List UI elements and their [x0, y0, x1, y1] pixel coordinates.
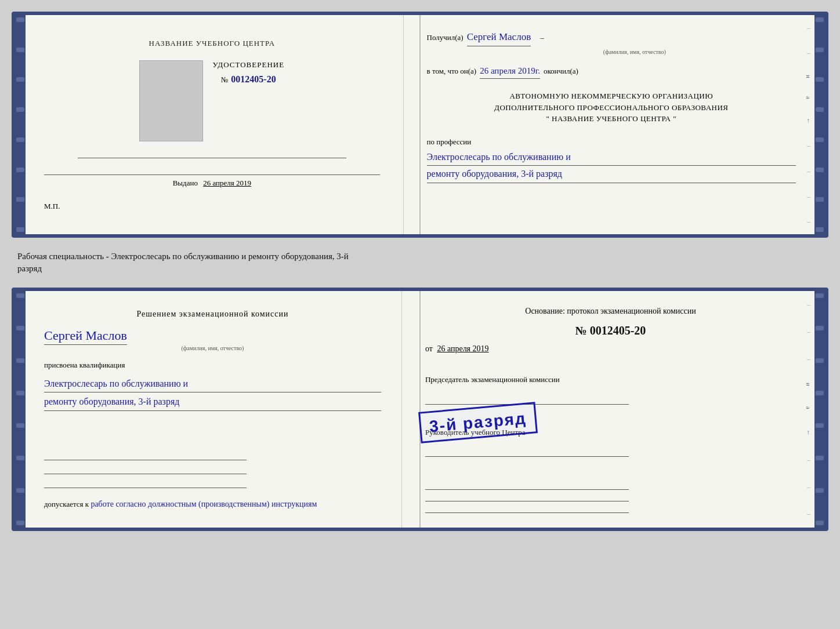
stamp-text: 3-й разряд — [429, 409, 527, 435]
qualification-stamp: 3-й разряд — [418, 402, 538, 443]
decor-pip — [16, 107, 24, 112]
completion-date: 26 апреля 2019г. — [480, 64, 540, 79]
profession-line2: ремонту оборудования, 3-й разряд — [427, 166, 796, 183]
decor-pip — [816, 168, 824, 172]
decor-pip — [816, 227, 824, 232]
profession-block: по профессии Электрослесарь по обслужива… — [427, 137, 796, 184]
received-label: Получил(а) — [427, 32, 464, 43]
decor-pip — [16, 423, 24, 428]
decor-pip — [16, 137, 24, 142]
training-center-title: НАЗВАНИЕ УЧЕБНОГО ЦЕНТРА — [149, 38, 275, 49]
received-row: Получил(а) Сергей Маслов – — [427, 30, 796, 46]
protocol-number: 0012405-20 — [590, 324, 646, 337]
completion-row: в том, что он(а) 26 апреля 2019г. окончи… — [427, 64, 796, 79]
photo-placeholder — [139, 60, 203, 141]
decor-pip — [816, 326, 824, 330]
finished-label: окончил(а) — [544, 66, 578, 77]
between-line2: разряд — [17, 263, 823, 275]
org-block: АВТОНОМНУЮ НЕКОММЕРЧЕСКУЮ ОРГАНИЗАЦИЮ ДО… — [427, 90, 796, 125]
bottom-right-panel: Основание: протокол экзаменационной коми… — [402, 291, 825, 528]
cert-type-label: УДОСТОВЕРЕНИЕ — [212, 60, 284, 70]
decor-pip — [16, 48, 24, 52]
between-line1: Рабочая специальность - Электрослесарь п… — [17, 250, 823, 263]
cert-number-prefix: № — [221, 75, 229, 84]
decor-pip — [16, 227, 24, 232]
org-line1: АВТОНОМНУЮ НЕКОММЕРЧЕСКУЮ ОРГАНИЗАЦИЮ — [427, 90, 796, 102]
bottom-left-border — [15, 291, 26, 528]
qualification-block: Электрослесарь по обслуживанию и ремонту… — [44, 376, 381, 412]
admits-prefix: допускается к — [44, 500, 89, 508]
decor-pip — [816, 293, 824, 298]
decor-pip — [16, 77, 24, 82]
decor-pip — [16, 17, 24, 22]
sig-line-2 — [44, 464, 247, 474]
cert-issued-line: Выдано 26 апреля 2019 — [44, 174, 380, 188]
decor-pip — [816, 488, 824, 493]
decor-pip — [16, 326, 24, 330]
protocol-date-row: от 26 апреля 2019 — [425, 344, 796, 354]
fio-hint-top: (фамилия, имя, отчество) — [473, 49, 796, 55]
person-name-block: Сергей Маслов (фамилия, имя, отчество) — [44, 328, 381, 351]
fio-hint-bottom: (фамилия, имя, отчество) — [44, 345, 381, 351]
right-margin-indicators: – – и а ← – – – – — [805, 15, 812, 234]
decor-pip — [816, 391, 824, 395]
top-certificate-card: НАЗВАНИЕ УЧЕБНОГО ЦЕНТРА УДОСТОВЕРЕНИЕ №… — [12, 12, 828, 238]
basis-label: Основание: протокол экзаменационной коми… — [425, 306, 796, 317]
mp-label: М.П. — [44, 202, 60, 211]
in-that-label: в том, что он(а) — [427, 66, 477, 77]
decor-pip — [16, 488, 24, 493]
protocol-number-block: № 0012405-20 — [425, 324, 796, 337]
bottom-sig-line2 — [425, 492, 629, 501]
qualification-line1: Электрослесарь по обслуживанию и — [44, 376, 381, 393]
cert-left-panel: НАЗВАНИЕ УЧЕБНОГО ЦЕНТРА УДОСТОВЕРЕНИЕ №… — [15, 15, 404, 234]
decor-pip — [16, 358, 24, 363]
decor-pip — [816, 456, 824, 460]
protocol-prefix: № — [575, 324, 587, 337]
signature-lines — [44, 450, 381, 488]
chairman-label: Председатель экзаменационной комиссии — [425, 375, 796, 385]
right-border-decoration — [814, 15, 825, 234]
bottom-sig-line3 — [425, 504, 629, 513]
org-name: " НАЗВАНИЕ УЧЕБНОГО ЦЕНТРА " — [427, 113, 796, 125]
left-border-decoration — [15, 15, 26, 234]
right-indicators-bottom: – – – и а ← – – – — [805, 291, 812, 528]
admits-block: допускается к работе согласно должностны… — [44, 499, 381, 510]
page-wrapper: НАЗВАНИЕ УЧЕБНОГО ЦЕНТРА УДОСТОВЕРЕНИЕ №… — [12, 12, 828, 531]
org-line2: ДОПОЛНИТЕЛЬНОГО ПРОФЕССИОНАЛЬНОГО ОБРАЗО… — [427, 102, 796, 114]
qualification-line2: ремонту оборудования, 3-й разряд — [44, 394, 381, 411]
decor-pip — [16, 456, 24, 460]
issued-label: Выдано — [173, 179, 198, 187]
sig-line-1 — [44, 450, 247, 460]
person-name: Сергей Маслов — [44, 328, 127, 345]
decor-pip — [816, 17, 824, 22]
decision-title: Решением экзаменационной комиссии — [44, 308, 381, 320]
decor-pip — [16, 197, 24, 202]
decor-pip — [816, 48, 824, 52]
decor-pip — [816, 358, 824, 363]
between-text: Рабочая специальность - Электрослесарь п… — [12, 248, 828, 277]
cert-right-panel: Получил(а) Сергей Маслов – (фамилия, имя… — [404, 15, 825, 234]
decor-pip — [16, 391, 24, 395]
profession-label: по профессии — [427, 137, 796, 147]
issued-date: 26 апреля 2019 — [203, 179, 251, 187]
bottom-certificate-card: Решением экзаменационной комиссии Сергей… — [12, 288, 828, 531]
assigned-label: присвоена квалификация — [44, 361, 381, 370]
decor-pip — [16, 168, 24, 172]
decor-pip — [816, 197, 824, 202]
decor-pip — [816, 77, 824, 82]
decor-pip — [816, 137, 824, 142]
decor-pip — [816, 423, 824, 428]
sig-line-3 — [44, 478, 247, 488]
bottom-right-border — [814, 291, 825, 528]
cert-number-block: УДОСТОВЕРЕНИЕ № 0012405-20 — [212, 60, 284, 85]
date-prefix: от — [425, 344, 433, 353]
director-sig-line — [425, 444, 629, 457]
bottom-left-panel: Решением экзаменационной комиссии Сергей… — [15, 291, 402, 528]
decor-pip — [816, 521, 824, 525]
decor-pip — [816, 107, 824, 112]
cert-number-value: 0012405-20 — [231, 74, 276, 84]
recipient-name: Сергей Маслов — [467, 30, 531, 46]
admits-text: работе согласно должностным (производств… — [90, 500, 317, 508]
decor-pip — [16, 521, 24, 525]
bottom-sig-line1 — [425, 481, 629, 490]
